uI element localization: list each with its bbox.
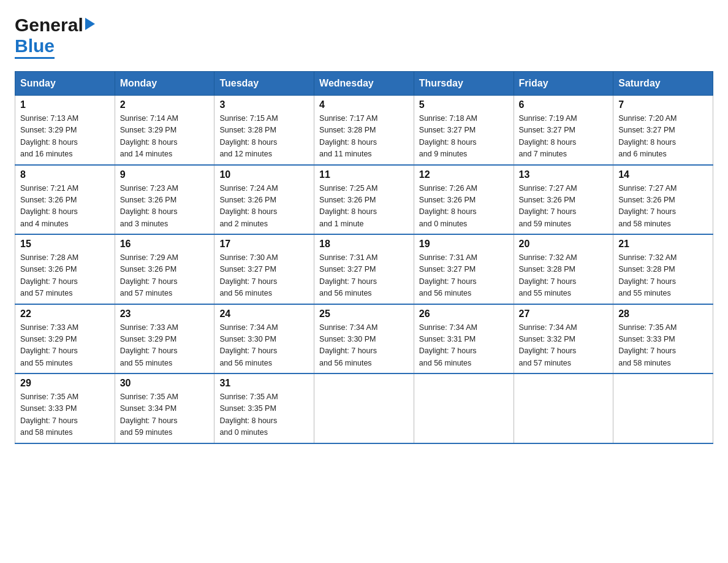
calendar-cell: 23 Sunrise: 7:33 AM Sunset: 3:29 PM Dayl… — [115, 304, 214, 374]
day-number: 19 — [419, 239, 509, 250]
calendar-cell: 5 Sunrise: 7:18 AM Sunset: 3:27 PM Dayli… — [414, 96, 514, 165]
calendar-cell: 12 Sunrise: 7:26 AM Sunset: 3:26 PM Dayl… — [414, 165, 514, 235]
day-info: Sunrise: 7:35 AM Sunset: 3:34 PM Dayligh… — [120, 391, 210, 439]
calendar-cell: 11 Sunrise: 7:25 AM Sunset: 3:26 PM Dayl… — [314, 165, 414, 235]
calendar-cell: 16 Sunrise: 7:29 AM Sunset: 3:26 PM Dayl… — [115, 234, 214, 304]
day-number: 11 — [319, 169, 409, 180]
day-info: Sunrise: 7:34 AM Sunset: 3:31 PM Dayligh… — [419, 322, 509, 370]
day-info: Sunrise: 7:26 AM Sunset: 3:26 PM Dayligh… — [419, 183, 509, 231]
day-number: 29 — [20, 378, 110, 389]
calendar-cell: 3 Sunrise: 7:15 AM Sunset: 3:28 PM Dayli… — [214, 96, 314, 165]
day-number: 6 — [519, 99, 609, 110]
calendar-cell: 26 Sunrise: 7:34 AM Sunset: 3:31 PM Dayl… — [414, 304, 514, 374]
weekday-header-thursday: Thursday — [414, 72, 514, 96]
day-info: Sunrise: 7:15 AM Sunset: 3:28 PM Dayligh… — [219, 113, 309, 161]
calendar-week-row: 15 Sunrise: 7:28 AM Sunset: 3:26 PM Dayl… — [15, 234, 713, 304]
weekday-header-tuesday: Tuesday — [214, 72, 314, 96]
weekday-header-row: SundayMondayTuesdayWednesdayThursdayFrid… — [15, 72, 713, 96]
day-number: 16 — [120, 239, 210, 250]
calendar-cell: 22 Sunrise: 7:33 AM Sunset: 3:29 PM Dayl… — [15, 304, 115, 374]
calendar-cell: 17 Sunrise: 7:30 AM Sunset: 3:27 PM Dayl… — [214, 234, 314, 304]
day-number: 27 — [519, 308, 609, 320]
calendar-cell: 30 Sunrise: 7:35 AM Sunset: 3:34 PM Dayl… — [115, 373, 214, 443]
day-info: Sunrise: 7:31 AM Sunset: 3:27 PM Dayligh… — [419, 252, 509, 300]
day-number: 17 — [219, 239, 309, 250]
logo-blue-text: Blue — [15, 36, 55, 59]
calendar-cell: 29 Sunrise: 7:35 AM Sunset: 3:33 PM Dayl… — [15, 373, 115, 443]
day-info: Sunrise: 7:24 AM Sunset: 3:26 PM Dayligh… — [219, 183, 309, 231]
day-number: 10 — [219, 169, 309, 180]
logo-arrow-icon — [85, 18, 95, 30]
day-info: Sunrise: 7:23 AM Sunset: 3:26 PM Dayligh… — [120, 183, 210, 231]
day-info: Sunrise: 7:34 AM Sunset: 3:30 PM Dayligh… — [219, 322, 309, 370]
calendar-week-row: 1 Sunrise: 7:13 AM Sunset: 3:29 PM Dayli… — [15, 96, 713, 165]
day-info: Sunrise: 7:35 AM Sunset: 3:33 PM Dayligh… — [618, 322, 708, 370]
day-number: 14 — [618, 169, 708, 180]
day-info: Sunrise: 7:33 AM Sunset: 3:29 PM Dayligh… — [20, 322, 110, 370]
calendar-cell: 27 Sunrise: 7:34 AM Sunset: 3:32 PM Dayl… — [514, 304, 613, 374]
weekday-header-saturday: Saturday — [613, 72, 713, 96]
day-number: 15 — [20, 239, 110, 250]
calendar-cell: 6 Sunrise: 7:19 AM Sunset: 3:27 PM Dayli… — [514, 96, 613, 165]
calendar-cell: 10 Sunrise: 7:24 AM Sunset: 3:26 PM Dayl… — [214, 165, 314, 235]
calendar-cell: 20 Sunrise: 7:32 AM Sunset: 3:28 PM Dayl… — [514, 234, 613, 304]
page-header: General Blue — [15, 15, 713, 59]
day-number: 28 — [618, 308, 708, 320]
day-info: Sunrise: 7:32 AM Sunset: 3:28 PM Dayligh… — [618, 252, 708, 300]
day-number: 30 — [120, 378, 210, 389]
calendar-cell: 19 Sunrise: 7:31 AM Sunset: 3:27 PM Dayl… — [414, 234, 514, 304]
day-number: 18 — [319, 239, 409, 250]
day-info: Sunrise: 7:21 AM Sunset: 3:26 PM Dayligh… — [20, 183, 110, 231]
day-info: Sunrise: 7:34 AM Sunset: 3:30 PM Dayligh… — [319, 322, 409, 370]
day-info: Sunrise: 7:14 AM Sunset: 3:29 PM Dayligh… — [120, 113, 210, 161]
day-number: 20 — [519, 239, 609, 250]
calendar-table: SundayMondayTuesdayWednesdayThursdayFrid… — [15, 71, 713, 444]
calendar-cell: 24 Sunrise: 7:34 AM Sunset: 3:30 PM Dayl… — [214, 304, 314, 374]
day-number: 22 — [20, 308, 110, 320]
day-number: 9 — [120, 169, 210, 180]
calendar-cell: 7 Sunrise: 7:20 AM Sunset: 3:27 PM Dayli… — [613, 96, 713, 165]
day-info: Sunrise: 7:17 AM Sunset: 3:28 PM Dayligh… — [319, 113, 409, 161]
weekday-header-friday: Friday — [514, 72, 613, 96]
calendar-cell: 21 Sunrise: 7:32 AM Sunset: 3:28 PM Dayl… — [613, 234, 713, 304]
day-number: 1 — [20, 99, 110, 110]
calendar-cell: 14 Sunrise: 7:27 AM Sunset: 3:26 PM Dayl… — [613, 165, 713, 235]
day-info: Sunrise: 7:35 AM Sunset: 3:33 PM Dayligh… — [20, 391, 110, 439]
logo-general-text: General — [15, 15, 83, 36]
day-number: 26 — [419, 308, 509, 320]
day-number: 3 — [219, 99, 309, 110]
calendar-cell: 25 Sunrise: 7:34 AM Sunset: 3:30 PM Dayl… — [314, 304, 414, 374]
calendar-cell — [414, 373, 514, 443]
day-info: Sunrise: 7:27 AM Sunset: 3:26 PM Dayligh… — [618, 183, 708, 231]
day-number: 24 — [219, 308, 309, 320]
day-number: 7 — [618, 99, 708, 110]
calendar-cell — [613, 373, 713, 443]
day-info: Sunrise: 7:32 AM Sunset: 3:28 PM Dayligh… — [519, 252, 609, 300]
day-number: 5 — [419, 99, 509, 110]
day-info: Sunrise: 7:20 AM Sunset: 3:27 PM Dayligh… — [618, 113, 708, 161]
day-number: 13 — [519, 169, 609, 180]
day-info: Sunrise: 7:13 AM Sunset: 3:29 PM Dayligh… — [20, 113, 110, 161]
day-number: 21 — [618, 239, 708, 250]
calendar-cell — [314, 373, 414, 443]
calendar-cell: 15 Sunrise: 7:28 AM Sunset: 3:26 PM Dayl… — [15, 234, 115, 304]
weekday-header-wednesday: Wednesday — [314, 72, 414, 96]
day-info: Sunrise: 7:34 AM Sunset: 3:32 PM Dayligh… — [519, 322, 609, 370]
calendar-week-row: 8 Sunrise: 7:21 AM Sunset: 3:26 PM Dayli… — [15, 165, 713, 235]
calendar-cell: 9 Sunrise: 7:23 AM Sunset: 3:26 PM Dayli… — [115, 165, 214, 235]
day-info: Sunrise: 7:19 AM Sunset: 3:27 PM Dayligh… — [519, 113, 609, 161]
day-info: Sunrise: 7:33 AM Sunset: 3:29 PM Dayligh… — [120, 322, 210, 370]
calendar-cell: 31 Sunrise: 7:35 AM Sunset: 3:35 PM Dayl… — [214, 373, 314, 443]
weekday-header-sunday: Sunday — [15, 72, 115, 96]
day-info: Sunrise: 7:30 AM Sunset: 3:27 PM Dayligh… — [219, 252, 309, 300]
calendar-cell: 2 Sunrise: 7:14 AM Sunset: 3:29 PM Dayli… — [115, 96, 214, 165]
day-number: 23 — [120, 308, 210, 320]
calendar-cell: 28 Sunrise: 7:35 AM Sunset: 3:33 PM Dayl… — [613, 304, 713, 374]
calendar-cell: 8 Sunrise: 7:21 AM Sunset: 3:26 PM Dayli… — [15, 165, 115, 235]
calendar-cell: 18 Sunrise: 7:31 AM Sunset: 3:27 PM Dayl… — [314, 234, 414, 304]
day-info: Sunrise: 7:28 AM Sunset: 3:26 PM Dayligh… — [20, 252, 110, 300]
day-number: 2 — [120, 99, 210, 110]
day-info: Sunrise: 7:27 AM Sunset: 3:26 PM Dayligh… — [519, 183, 609, 231]
logo: General Blue — [15, 15, 95, 59]
day-info: Sunrise: 7:29 AM Sunset: 3:26 PM Dayligh… — [120, 252, 210, 300]
